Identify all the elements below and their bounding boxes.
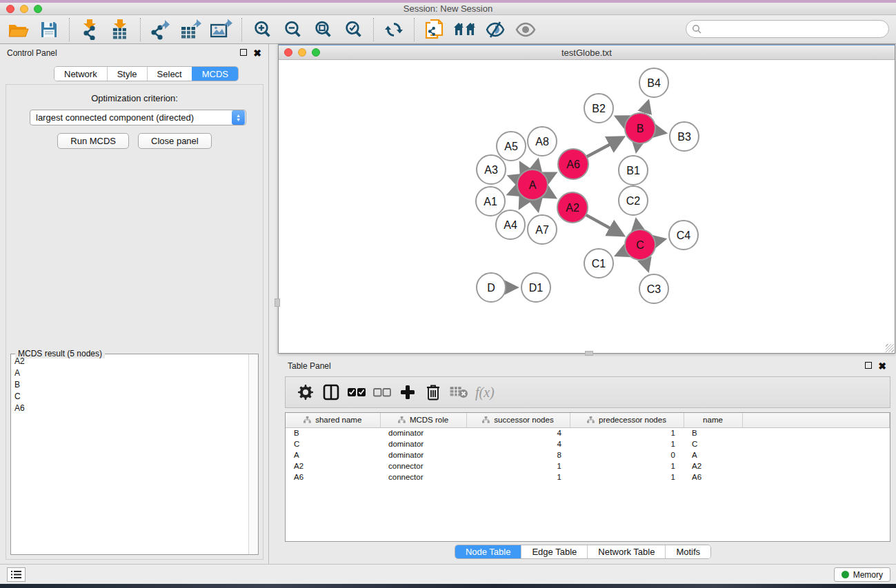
result-item[interactable]: A6 xyxy=(11,402,248,414)
graph-node-A1[interactable]: A1 xyxy=(476,187,505,216)
graph-node-C3[interactable]: C3 xyxy=(639,274,668,303)
copy-document-button[interactable] xyxy=(421,18,448,41)
refresh-button[interactable] xyxy=(381,18,407,41)
edge-A-A1[interactable] xyxy=(509,190,519,194)
graph-node-B3[interactable]: B3 xyxy=(670,122,699,151)
edge-C-C1[interactable] xyxy=(617,251,626,255)
window-resize-grip[interactable] xyxy=(886,344,894,352)
delete-row-button[interactable] xyxy=(420,380,446,405)
graph-node-A4[interactable]: A4 xyxy=(496,210,525,239)
column-header-predecessor-nodes[interactable]: predecessor nodes xyxy=(570,413,684,427)
edge-A-A3[interactable] xyxy=(510,176,518,179)
zoom-fit-button[interactable] xyxy=(310,18,336,41)
table-row[interactable]: B dominator 4 1 B xyxy=(286,427,890,438)
result-scrollbar[interactable] xyxy=(248,354,258,554)
graph-node-A2[interactable]: A2 xyxy=(557,192,588,223)
graph-node-A[interactable]: A xyxy=(517,170,548,200)
graph-node-A7[interactable]: A7 xyxy=(528,215,557,244)
home-button[interactable] xyxy=(452,18,478,41)
table-row[interactable]: A2 connector 1 1 A2 xyxy=(286,460,890,472)
edge-C-C4[interactable] xyxy=(655,239,664,241)
export-network-button[interactable] xyxy=(148,18,174,41)
split-columns-button[interactable] xyxy=(318,380,344,405)
tab-node-table[interactable]: Node Table xyxy=(455,545,521,558)
edge-A2-C[interactable] xyxy=(586,215,621,235)
hide-panel-button[interactable] xyxy=(482,18,508,41)
function-builder-button[interactable]: f(x) xyxy=(475,385,495,401)
edge-B-B2[interactable] xyxy=(617,117,626,122)
graph-node-A8[interactable]: A8 xyxy=(528,127,557,156)
result-item[interactable]: A2 xyxy=(11,355,248,367)
table-row[interactable]: A dominator 8 0 A xyxy=(286,449,890,460)
export-table-button[interactable] xyxy=(178,18,204,41)
column-header-shared-name[interactable]: shared name xyxy=(286,413,380,427)
tab-network[interactable]: Network xyxy=(54,67,107,81)
network-vscroll-thumb[interactable] xyxy=(275,298,280,307)
criterion-dropdown[interactable]: largest connected component (directed) ▲… xyxy=(30,110,246,125)
edge-A-A4[interactable] xyxy=(520,198,525,207)
network-graph[interactable]: B4B2BB3A8A5A6A3B1AA1C2A2A4A7C4CC1DD1C3 xyxy=(279,60,895,353)
close-panel-icon[interactable]: ✖ xyxy=(253,49,261,57)
import-network-button[interactable] xyxy=(77,18,103,41)
open-folder-button[interactable] xyxy=(6,18,32,41)
graph-node-A5[interactable]: A5 xyxy=(497,132,526,161)
graph-node-C4[interactable]: C4 xyxy=(669,221,698,250)
eye-button[interactable] xyxy=(512,18,539,41)
result-item[interactable]: A xyxy=(11,367,248,378)
edge-A-A5[interactable] xyxy=(521,163,525,171)
edge-B-B1[interactable] xyxy=(637,143,638,151)
column-header-MCDS-role[interactable]: MCDS role xyxy=(380,413,466,427)
column-header-successor-nodes[interactable]: successor nodes xyxy=(466,413,570,427)
network-hscroll-thumb[interactable] xyxy=(585,351,593,356)
search-box[interactable] xyxy=(686,20,889,38)
graph-node-B4[interactable]: B4 xyxy=(639,68,668,97)
close-table-panel-icon[interactable]: ✖ xyxy=(878,362,886,370)
zoom-in-button[interactable] xyxy=(249,18,275,41)
save-button[interactable] xyxy=(36,18,62,41)
network-window-titlebar[interactable]: testGlobe.txt xyxy=(279,45,895,60)
run-mcds-button[interactable]: Run MCDS xyxy=(57,133,129,149)
tab-motifs[interactable]: Motifs xyxy=(665,545,710,558)
float-panel-icon[interactable] xyxy=(240,49,247,56)
graph-node-D1[interactable]: D1 xyxy=(521,273,550,302)
deselect-all-button[interactable] xyxy=(369,380,395,405)
task-history-button[interactable] xyxy=(7,567,26,582)
graph-node-C1[interactable]: C1 xyxy=(584,249,613,278)
memory-button[interactable]: Memory xyxy=(834,567,890,582)
delete-table-button[interactable] xyxy=(446,380,471,405)
tab-style[interactable]: Style xyxy=(107,67,147,81)
graph-node-C[interactable]: C xyxy=(625,230,655,260)
tab-network-table[interactable]: Network Table xyxy=(587,545,665,558)
graph-node-B[interactable]: B xyxy=(625,113,655,143)
gear-button[interactable] xyxy=(292,380,318,405)
select-all-button[interactable] xyxy=(344,380,369,405)
zoom-selected-button[interactable] xyxy=(340,18,366,41)
import-table-button[interactable] xyxy=(107,18,133,41)
edge-B-B3[interactable] xyxy=(655,131,665,133)
edge-A-A8[interactable] xyxy=(536,161,538,170)
float-table-panel-icon[interactable] xyxy=(865,362,872,369)
graph-node-B1[interactable]: B1 xyxy=(619,156,648,185)
tab-edge-table[interactable]: Edge Table xyxy=(521,545,587,558)
add-row-button[interactable] xyxy=(395,380,420,405)
network-canvas[interactable]: B4B2BB3A8A5A6A3B1AA1C2A2A4A7C4CC1DD1C3 xyxy=(279,60,895,353)
edge-A-A2[interactable] xyxy=(546,192,555,197)
edge-A-A6[interactable] xyxy=(546,174,555,178)
zoom-out-button[interactable] xyxy=(279,18,306,41)
edge-B-B4[interactable] xyxy=(644,102,648,114)
table-row[interactable]: A6 connector 1 1 A6 xyxy=(286,472,890,483)
close-panel-button[interactable]: Close panel xyxy=(138,133,212,149)
result-item[interactable]: B xyxy=(11,378,248,390)
graph-node-C2[interactable]: C2 xyxy=(619,186,648,215)
edge-A6-B[interactable] xyxy=(586,138,621,156)
export-image-button[interactable] xyxy=(208,18,235,41)
edge-C-C3[interactable] xyxy=(645,259,648,270)
table-row[interactable]: C dominator 4 1 C xyxy=(286,438,890,449)
edge-A-A7[interactable] xyxy=(536,200,538,210)
graph-node-A3[interactable]: A3 xyxy=(477,155,506,184)
column-header-name[interactable]: name xyxy=(684,413,742,427)
tab-mcds[interactable]: MCDS xyxy=(192,67,238,81)
graph-node-B2[interactable]: B2 xyxy=(584,94,613,123)
search-input[interactable] xyxy=(701,24,888,34)
edge-C-C2[interactable] xyxy=(636,221,637,230)
